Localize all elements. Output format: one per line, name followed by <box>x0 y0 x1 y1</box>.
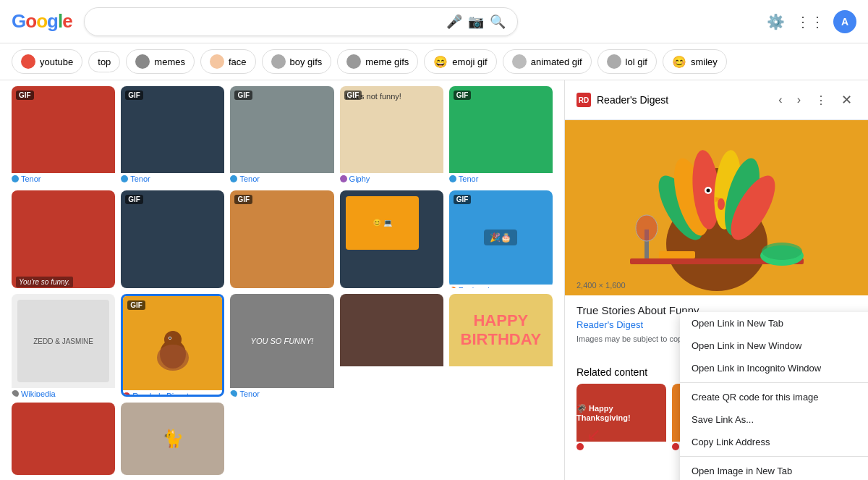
filter-label-animated-gif: animated gif <box>531 56 582 67</box>
panel-main-image[interactable]: 2,400 × 1,600 <box>565 120 868 295</box>
settings-icon[interactable]: ⚙️ <box>764 10 787 33</box>
list-item[interactable]: GIF Tenor Funny Laugh GIFs | Te... <box>12 86 115 185</box>
gif-badge: GIF <box>234 195 252 204</box>
turkey-illustration <box>587 120 847 295</box>
menu-item-create-qr[interactable]: Create QR code for this image <box>680 386 868 408</box>
animated-gif-thumb <box>512 54 527 69</box>
image-title: Funny Meme GIFs | Tenor <box>230 184 333 185</box>
filter-chip-memes[interactable]: memes <box>126 49 195 74</box>
list-item[interactable] <box>340 294 443 397</box>
gif-badge: GIF <box>125 195 143 204</box>
list-item[interactable]: GIF Tenor You So Funny GIFs... <box>121 86 224 185</box>
panel-favicon: RD <box>576 93 591 107</box>
filter-label-lol-gif: lol gif <box>626 56 647 67</box>
face-thumb <box>210 54 224 69</box>
image-title: Funny-not-funny GIFs - Get the b... <box>340 184 443 185</box>
memes-thumb <box>135 54 150 69</box>
side-panel: RD Reader's Digest ‹ › ⋮ ✕ <box>564 80 868 480</box>
list-item[interactable]: You're so funny. Giphy Youre-so-funny GI… <box>12 190 115 289</box>
boy-gifs-thumb <box>271 54 286 69</box>
filter-label-face: face <box>229 56 247 67</box>
list-item[interactable]: GIF Tenor Funny As GIF - Funny As He... <box>230 190 333 289</box>
filter-chip-lol-gif[interactable]: lol gif <box>597 49 657 74</box>
panel-image-dims: 2,400 × 1,600 <box>576 281 626 290</box>
list-item[interactable]: 🐈 <box>121 403 224 475</box>
menu-item-save-link-as[interactable]: Save Link As... <box>680 408 868 431</box>
menu-item-open-incognito[interactable]: Open Link in Incognito Window <box>680 357 868 379</box>
image-source: Tenor <box>449 174 553 183</box>
filter-label-boy-gifs: boy gifs <box>290 56 323 67</box>
list-item[interactable]: HAPPY BIRTHDAY <box>449 294 553 397</box>
filter-chip-emoji-gif[interactable]: 😄 emoji gif <box>424 49 496 74</box>
image-source: Tenor <box>230 174 333 183</box>
image-source: Wikipedia <box>12 390 115 397</box>
header-right: ⚙️ ⋮⋮ A <box>764 10 856 33</box>
list-item[interactable]: that's not funny! GIF Giphy Funny-not-fu… <box>340 86 443 185</box>
list-item[interactable]: ZEDD & JASMINE Wikipedia Funny (Zedd and… <box>12 294 115 397</box>
filter-label-emoji-gif: emoji gif <box>452 56 487 67</box>
menu-item-open-new-window[interactable]: Open Link in New Window <box>680 334 868 357</box>
search-input[interactable]: funny <box>96 15 441 28</box>
arrow-indicator: ↙ <box>587 424 601 445</box>
menu-item-open-image-new-tab[interactable]: Open Image in New Tab <box>680 460 868 480</box>
filter-label-smiley: smiley <box>691 56 718 67</box>
image-source: Tenor <box>12 174 115 183</box>
turkey-thumbnail-svg <box>144 314 202 372</box>
filter-chip-boy-gifs[interactable]: boy gifs <box>262 49 332 74</box>
image-source: Reader's Digest <box>123 392 222 397</box>
search-bar: funny 🎤 📷 🔍 <box>84 7 518 36</box>
filter-label-top: top <box>98 56 111 67</box>
camera-icon[interactable]: 📷 <box>468 14 484 30</box>
image-grid: GIF Tenor Funny Laugh GIFs | Te... GIF T… <box>0 80 564 480</box>
search-submit-icon[interactable]: 🔍 <box>490 14 506 30</box>
avatar[interactable]: A <box>833 10 856 33</box>
filter-chip-face[interactable]: face <box>200 49 256 74</box>
filter-label-meme-gifs: meme gifs <box>365 56 409 67</box>
list-item[interactable]: GIF Pinterest Japonpr Lol GIF - Ten... <box>121 190 224 289</box>
header: Google funny 🎤 📷 🔍 ⚙️ ⋮⋮ A <box>0 0 868 43</box>
panel-more-button[interactable]: ⋮ <box>811 90 831 110</box>
panel-prev-button[interactable]: ‹ <box>774 90 786 109</box>
image-title: Funny Laugh GIFs | Te... <box>12 184 115 185</box>
panel-site-name: Reader's Digest <box>597 94 768 106</box>
microphone-icon[interactable]: 🎤 <box>446 14 462 30</box>
filter-chip-top[interactable]: top <box>88 51 120 72</box>
list-item[interactable]: YOU SO FUNNY! Tenor Funny Gifs GIFs | Te… <box>230 294 333 397</box>
list-item[interactable]: 😊 💻 TED Ideas Can you teach a computer t… <box>340 190 443 289</box>
gif-badge: GIF <box>16 90 34 100</box>
filter-chip-animated-gif[interactable]: animated gif <box>503 49 592 74</box>
filter-bar: youtube top memes face boy gifs meme gif… <box>0 43 868 80</box>
svg-point-21 <box>762 243 802 260</box>
menu-separator-1 <box>680 382 868 383</box>
panel-next-button[interactable]: › <box>793 90 805 109</box>
svg-rect-22 <box>659 251 695 258</box>
filter-chip-youtube[interactable]: youtube <box>12 49 82 74</box>
panel-close-button[interactable]: ✕ <box>837 89 856 111</box>
list-item[interactable] <box>12 403 115 475</box>
lol-gif-thumb <box>607 54 621 69</box>
filter-chip-smiley[interactable]: 😊 smiley <box>663 49 727 74</box>
apps-icon[interactable]: ⋮⋮ <box>799 10 822 33</box>
menu-item-copy-link-address[interactable]: Copy Link Address <box>680 431 868 453</box>
image-source: Tenor <box>121 174 224 183</box>
svg-point-4 <box>169 337 171 339</box>
list-item[interactable]: 🎉🎂 GIF Funimada.com Funny Happy Birthday… <box>449 190 553 289</box>
gif-badge: GIF <box>344 90 362 100</box>
gif-badge: GIF <box>234 90 252 100</box>
list-item-selected[interactable]: GIF Reader's Digest True Stories About F… <box>121 294 224 397</box>
list-item[interactable]: GIF Tenor Funny Meme GIFs | Tenor <box>230 86 333 185</box>
gif-badge: GIF <box>127 300 145 310</box>
filter-label-youtube: youtube <box>40 56 73 67</box>
filter-label-memes: memes <box>154 56 185 67</box>
menu-item-open-new-tab[interactable]: Open Link in New Tab <box>680 312 868 334</box>
image-title: You So Funny GIFs... <box>121 184 224 185</box>
gif-badge: GIF <box>125 90 143 100</box>
list-item[interactable]: GIF Tenor Too Funny GIFs | Tenor <box>449 86 553 185</box>
gif-badge: GIF <box>454 195 472 204</box>
filter-chip-meme-gifs[interactable]: meme gifs <box>337 49 418 74</box>
svg-point-2 <box>157 345 189 371</box>
svg-point-14 <box>706 189 710 193</box>
svg-point-19 <box>636 215 658 241</box>
google-logo[interactable]: Google <box>12 10 72 33</box>
main-content: GIF Tenor Funny Laugh GIFs | Te... GIF T… <box>0 80 868 480</box>
